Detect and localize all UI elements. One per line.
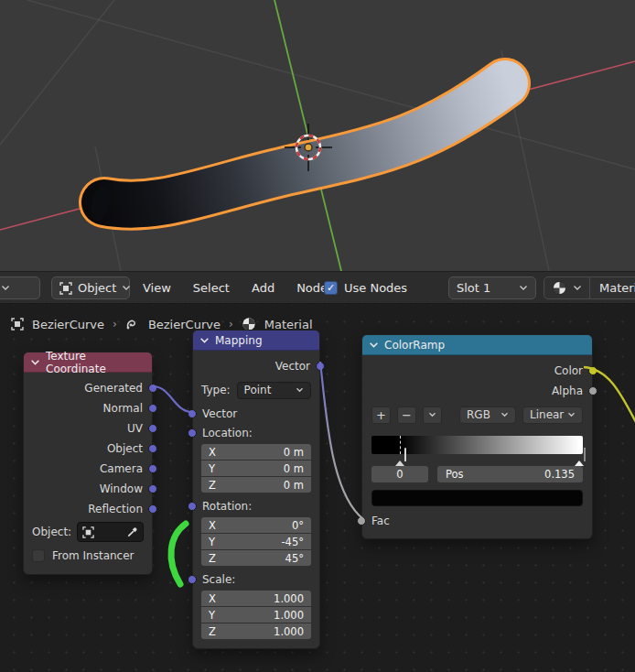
from-instancer-checkbox[interactable] [32,549,45,562]
rotation-y[interactable]: Y-45° [201,534,311,549]
scale-values: X1.000 Y1.000 Z1.000 [201,591,311,639]
node-header-texture-coordinate[interactable]: Texture Coordinate [24,352,152,373]
link-generated-to-vector [153,386,192,412]
location-values: X0 m Y0 m Z0 m [201,444,311,493]
from-instancer-label: From Instancer [52,549,135,562]
input-location: Location: [193,424,319,442]
interpolation-value: Linear [530,408,564,421]
output-camera: Camera [24,459,152,479]
node-title: Texture Coordinate [46,350,145,375]
chevron-down-icon[interactable] [199,337,210,344]
active-stop-color-swatch[interactable] [371,490,583,506]
shader-editor-header: Object View Select Add Node ✓ Use Nodes … [0,271,635,304]
link-vector-to-fac [320,362,363,519]
socket-reflection[interactable] [148,504,157,514]
use-nodes-checkbox[interactable]: ✓ [324,281,338,295]
socket-uv[interactable] [148,424,157,433]
material-name: Material [599,281,635,295]
blender-window: Object View Select Add Node ✓ Use Nodes … [0,0,635,672]
tube-surface [104,83,505,205]
socket-scale[interactable] [188,575,197,584]
gradient-ramp-bar[interactable] [371,436,583,454]
socket-window[interactable] [148,484,157,493]
socket-alpha-out[interactable] [588,386,597,396]
object-icon [59,282,72,295]
output-uv: UV [24,418,152,439]
ramp-options-dropdown[interactable] [423,406,442,424]
type-value: Point [244,384,272,396]
pos-value: 0.135 [544,468,575,481]
color-mode-dropdown[interactable]: RGB [459,406,516,424]
chevron-down-icon[interactable] [30,359,40,366]
socket-location[interactable] [188,428,197,438]
pos-label: Pos [446,468,464,481]
menu-add[interactable]: Add [248,276,278,299]
node-colorramp[interactable]: ColorRamp Color Alpha + − RGB [361,334,593,539]
output-object: Object [24,439,152,459]
chevron-down-icon [296,387,304,393]
interpolation-dropdown[interactable]: Linear [522,406,583,424]
node-header-mapping[interactable]: Mapping [193,331,319,351]
breadcrumb-separator: › [229,318,233,331]
remove-stop-button[interactable]: − [397,406,416,424]
position-slider[interactable]: Pos 0.135 [437,466,583,482]
use-nodes-label: Use Nodes [344,281,407,295]
node-texture-coordinate[interactable]: Texture Coordinate Generated Normal UV O… [23,352,153,575]
material-browse-dropdown[interactable] [544,276,590,299]
menu-select[interactable]: Select [189,276,233,299]
chevron-down-icon [1,285,10,291]
eyedropper-icon[interactable] [126,526,138,538]
chevron-down-icon [567,412,576,417]
slot-dropdown[interactable]: Slot 1 [448,276,536,299]
object-icon [11,318,24,331]
socket-generated[interactable] [148,384,157,393]
location-y[interactable]: Y0 m [201,461,311,476]
breadcrumb-object: BezierCurve [32,318,104,331]
socket-vector-in[interactable] [188,409,197,418]
location-z[interactable]: Z0 m [201,477,311,493]
chevron-down-icon[interactable] [369,341,379,349]
object-field-label: Object: [32,526,71,538]
object-mode-dropdown[interactable]: Object [51,276,130,299]
socket-vector-out[interactable] [316,362,325,371]
socket-color-out[interactable] [588,366,597,375]
scale-z[interactable]: Z1.000 [201,623,311,639]
socket-fac-in[interactable] [357,516,366,526]
bezier-tube-object[interactable] [87,83,505,223]
input-vector: Vector [193,404,319,424]
output-reflection: Reflection [24,499,152,519]
material-sphere-icon [552,280,567,296]
floor-grid [0,0,635,271]
socket-camera[interactable] [148,464,157,473]
node-mapping[interactable]: Mapping Vector Type: Point Vector Locati… [192,330,320,649]
socket-normal[interactable] [148,404,157,413]
rotation-x[interactable]: X0° [201,517,311,533]
input-rotation: Rotation: [193,497,319,515]
material-name-field[interactable]: Material [590,276,635,299]
ramp-stop-black[interactable] [395,448,405,461]
scale-y[interactable]: Y1.000 [201,607,311,623]
chevron-down-icon [500,412,509,417]
object-picker-field[interactable] [77,522,144,542]
viewport-3d[interactable] [0,0,635,271]
menu-view[interactable]: View [139,276,175,299]
node-title: Mapping [215,334,263,347]
node-editor-canvas[interactable]: BezierCurve › BezierCurve › Material Tex… [0,305,635,672]
output-generated: Generated [24,378,152,398]
socket-object[interactable] [148,444,157,453]
node-header-colorramp[interactable]: ColorRamp [362,335,592,355]
editor-type-dropdown[interactable] [0,276,40,299]
type-dropdown[interactable]: Point [237,382,311,399]
input-fac: Fac [362,511,592,531]
socket-rotation[interactable] [188,502,197,511]
location-x[interactable]: X0 m [201,444,311,460]
color-mode-value: RGB [467,408,490,421]
active-index-field[interactable]: 0 [371,466,428,482]
chevron-down-icon [519,285,528,291]
scale-x[interactable]: X1.000 [201,591,311,606]
ramp-stop-white[interactable] [575,448,585,461]
slot-label: Slot 1 [457,281,490,295]
add-stop-button[interactable]: + [371,406,391,424]
rotation-z[interactable]: Z45° [201,550,311,566]
object-mode-label: Object [78,281,116,295]
